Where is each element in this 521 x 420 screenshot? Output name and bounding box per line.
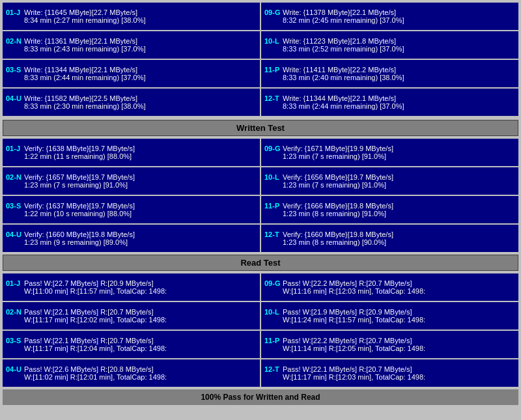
row-data-09g-read-l2: W:[11:16 min] R:[12:03 min], TotalCap: 1… [283, 287, 425, 295]
row-id-01j-verify: 01-J [6, 145, 24, 152]
row-data-11p-read-l2: W:[11:14 min] R:[12:05 min], TotalCap: 1… [283, 344, 425, 352]
row-data-10l-verify-l2: 1:23 min (7 s remaining) [91.0%] [283, 181, 393, 189]
row-id-03s-verify: 03-S [6, 202, 24, 210]
row-data-09g-write-l1: Write: {11378 MByte}[22.1 MByte/s] [283, 8, 404, 16]
row-id-09g-write: 09-G [264, 8, 283, 16]
row-data-02n-write-l2: 8:33 min (2:43 min remaining) [37.0%] [24, 45, 145, 53]
read-right-col: 09-G Pass! W:[22.2 MByte/s] R:[20.7 MByt… [261, 273, 518, 387]
row-id-11p-read: 11-P [264, 337, 283, 344]
row-data-11p-verify-l2: 1:23 min (8 s remaining) [91.0%] [283, 210, 393, 217]
row-data-12t-verify-l1: Verify: {1660 MByte}[19.8 MByte/s] [283, 231, 393, 238]
row-data-11p-verify-l1: Verify: {1666 MByte}[19.8 MByte/s] [283, 202, 393, 210]
row-data-10l-read-l2: W:[11:24 min] R:[11:57 min], TotalCap: 1… [283, 316, 425, 324]
row-data-01j-write-l1: Write: {11645 MByte}[22.7 MByte/s] [24, 8, 145, 16]
row-data-10l-write-l2: 8:33 min (2:52 min remaining) [37.0%] [283, 45, 404, 53]
write-right-col: 09-G Write: {11378 MByte}[22.1 MByte/s] … [261, 3, 518, 117]
row-data-09g-write-l2: 8:32 min (2:45 min remaining) [37.0%] [283, 16, 404, 24]
row-data-12t-write-l1: Write: {11344 MByte}[22.1 MByte/s] [283, 94, 404, 102]
read-test-header: Read Test [3, 255, 518, 271]
table-row: 03-S Pass! W:[22.1 MByte/s] R:[20.7 MByt… [3, 331, 260, 358]
row-data-04u-write-l2: 8:33 min (2:30 min remaining) [38.0%] [24, 102, 145, 110]
row-data-03s-read-l2: W:[11:17 min] R:[12:04 min], TotalCap: 1… [24, 344, 167, 352]
verify-left-col: 01-J Verify: {1638 MByte}[19.7 MByte/s] … [3, 139, 260, 252]
table-row: 03-S Write: {11344 MByte}[22.1 MByte/s] … [3, 60, 260, 87]
written-test-header: Written Test [3, 120, 518, 136]
row-data-11p-read-l1: Pass! W:[22.2 MByte/s] R:[20.7 MByte/s] [283, 337, 425, 344]
table-row: 01-J Pass! W:[22.7 MByte/s] R:[20.9 MByt… [3, 273, 260, 301]
row-data-02n-read-l1: Pass! W:[22.1 MByte/s] R:[20.7 MByte/s] [24, 308, 167, 316]
row-data-01j-read-l1: Pass! W:[22.7 MByte/s] R:[20.9 MByte/s] [24, 279, 167, 287]
row-id-11p-verify: 11-P [264, 202, 283, 210]
row-data-02n-write-l1: Write: {11361 MByte}[22.1 MByte/s] [24, 37, 145, 45]
verify-grid: 01-J Verify: {1638 MByte}[19.7 MByte/s] … [3, 139, 518, 252]
status-bar: 100% Pass for Written and Read [3, 389, 518, 405]
row-data-03s-verify-l1: Verify: {1637 MByte}[19.7 MByte/s] [24, 202, 135, 210]
row-data-01j-verify-l1: Verify: {1638 MByte}[19.7 MByte/s] [24, 145, 135, 152]
table-row: 01-J Verify: {1638 MByte}[19.7 MByte/s] … [3, 139, 260, 166]
table-row: 11-P Pass! W:[22.2 MByte/s] R:[20.7 MByt… [261, 331, 518, 358]
main-container: 01-J Write: {11645 MByte}[22.7 MByte/s] … [0, 0, 521, 408]
row-id-04u-read: 04-U [6, 365, 24, 373]
read-left-col: 01-J Pass! W:[22.7 MByte/s] R:[20.9 MByt… [3, 273, 260, 387]
row-data-12t-read-l2: W:[11:17 min] R:[12:03 min], TotalCap: 1… [283, 373, 425, 381]
table-row: 12-T Write: {11344 MByte}[22.1 MByte/s] … [261, 89, 518, 116]
row-id-04u-verify: 04-U [6, 231, 24, 238]
table-row: 12-T Pass! W:[22.1 MByte/s] R:[20.7 MByt… [261, 359, 518, 387]
row-data-11p-write-l2: 8:33 min (2:40 min remaining) [38.0%] [283, 74, 404, 81]
row-data-03s-read-l1: Pass! W:[22.1 MByte/s] R:[20.7 MByte/s] [24, 337, 167, 344]
row-data-04u-verify-l2: 1:23 min (9 s remaining) [89.0%] [24, 238, 135, 246]
row-data-04u-read-l2: W:[11:02 min] R:[12:01 min], TotalCap: 1… [24, 373, 167, 381]
row-id-10l-verify: 10-L [264, 173, 283, 181]
table-row: 02-N Write: {11361 MByte}[22.1 MByte/s] … [3, 31, 260, 59]
table-row: 10-L Pass! W:[21.9 MByte/s] R:[20.9 MByt… [261, 302, 518, 329]
row-data-02n-verify-l1: Verify: {1657 MByte}[19.7 MByte/s] [24, 173, 135, 181]
table-row: 04-U Verify: {1660 MByte}[19.8 MByte/s] … [3, 225, 260, 252]
row-id-01j-read: 01-J [6, 279, 24, 287]
table-row: 02-N Pass! W:[22.1 MByte/s] R:[20.7 MByt… [3, 302, 260, 329]
table-row: 11-P Write: {11411 MByte}[22.2 MByte/s] … [261, 60, 518, 87]
row-id-03s-write: 03-S [6, 66, 24, 74]
row-data-11p-write-l1: Write: {11411 MByte}[22.2 MByte/s] [283, 66, 404, 74]
write-section: 01-J Write: {11645 MByte}[22.7 MByte/s] … [3, 3, 518, 117]
row-data-09g-verify-l2: 1:23 min (7 s remaining) [91.0%] [283, 152, 393, 160]
row-id-02n-verify: 02-N [6, 173, 24, 181]
table-row: 12-T Verify: {1660 MByte}[19.8 MByte/s] … [261, 225, 518, 252]
row-id-11p-write: 11-P [264, 66, 283, 74]
read-grid: 01-J Pass! W:[22.7 MByte/s] R:[20.9 MByt… [3, 273, 518, 387]
row-id-12t-write: 12-T [264, 94, 283, 102]
table-row: 04-U Pass! W:[22.6 MByte/s] R:[20.8 MByt… [3, 359, 260, 387]
row-data-02n-read-l2: W:[11:17 min] R:[12:02 min], TotalCap: 1… [24, 316, 167, 324]
table-row: 02-N Verify: {1657 MByte}[19.7 MByte/s] … [3, 167, 260, 195]
read-section: 01-J Pass! W:[22.7 MByte/s] R:[20.9 MByt… [3, 273, 518, 387]
row-data-04u-read-l1: Pass! W:[22.6 MByte/s] R:[20.8 MByte/s] [24, 365, 167, 373]
row-data-03s-write-l2: 8:33 min (2:44 min remaining) [37.0%] [24, 74, 145, 81]
row-data-09g-verify-l1: Verify: {1671 MByte}[19.9 MByte/s] [283, 145, 393, 152]
row-data-03s-verify-l2: 1:22 min (10 s remaining) [88.0%] [24, 210, 135, 217]
row-id-01j-write: 01-J [6, 8, 24, 16]
row-data-01j-write-l2: 8:34 min (2:27 min remaining) [38.0%] [24, 16, 145, 24]
table-row: 04-U Write: {11582 MByte}[22.5 MByte/s] … [3, 89, 260, 116]
row-id-09g-read: 09-G [264, 279, 283, 287]
row-data-01j-verify-l2: 1:22 min (11 s remaining) [88.0%] [24, 152, 135, 160]
row-data-12t-verify-l2: 1:23 min (8 s remaining) [90.0%] [283, 238, 393, 246]
write-grid: 01-J Write: {11645 MByte}[22.7 MByte/s] … [3, 3, 518, 117]
row-data-10l-read-l1: Pass! W:[21.9 MByte/s] R:[20.9 MByte/s] [283, 308, 425, 316]
row-data-03s-write-l1: Write: {11344 MByte}[22.1 MByte/s] [24, 66, 145, 74]
table-row: 03-S Verify: {1637 MByte}[19.7 MByte/s] … [3, 196, 260, 223]
row-data-01j-read-l2: W:[11:00 min] R:[11:57 min], TotalCap: 1… [24, 287, 167, 295]
row-data-04u-verify-l1: Verify: {1660 MByte}[19.8 MByte/s] [24, 231, 135, 238]
table-row: 09-G Pass! W:[22.2 MByte/s] R:[20.7 MByt… [261, 273, 518, 301]
write-left-col: 01-J Write: {11645 MByte}[22.7 MByte/s] … [3, 3, 260, 117]
row-id-12t-verify: 12-T [264, 231, 283, 238]
row-data-09g-read-l1: Pass! W:[22.2 MByte/s] R:[20.7 MByte/s] [283, 279, 425, 287]
table-row: 11-P Verify: {1666 MByte}[19.8 MByte/s] … [261, 196, 518, 223]
row-id-03s-read: 03-S [6, 337, 24, 344]
row-id-02n-write: 02-N [6, 37, 24, 45]
row-data-12t-read-l1: Pass! W:[22.1 MByte/s] R:[20.7 MByte/s] [283, 365, 425, 373]
verify-section: 01-J Verify: {1638 MByte}[19.7 MByte/s] … [3, 139, 518, 252]
row-data-04u-write-l1: Write: {11582 MByte}[22.5 MByte/s] [24, 94, 145, 102]
row-id-02n-read: 02-N [6, 308, 24, 316]
table-row: 09-G Verify: {1671 MByte}[19.9 MByte/s] … [261, 139, 518, 166]
row-data-10l-write-l1: Write: {11223 MByte}[21.8 MByte/s] [283, 37, 404, 45]
row-data-12t-write-l2: 8:33 min (2:44 min remaining) [37.0%] [283, 102, 404, 110]
